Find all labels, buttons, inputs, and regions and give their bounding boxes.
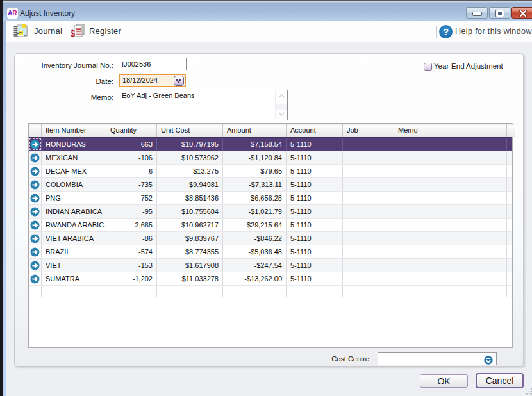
svg-text:$: $ [71, 28, 75, 38]
